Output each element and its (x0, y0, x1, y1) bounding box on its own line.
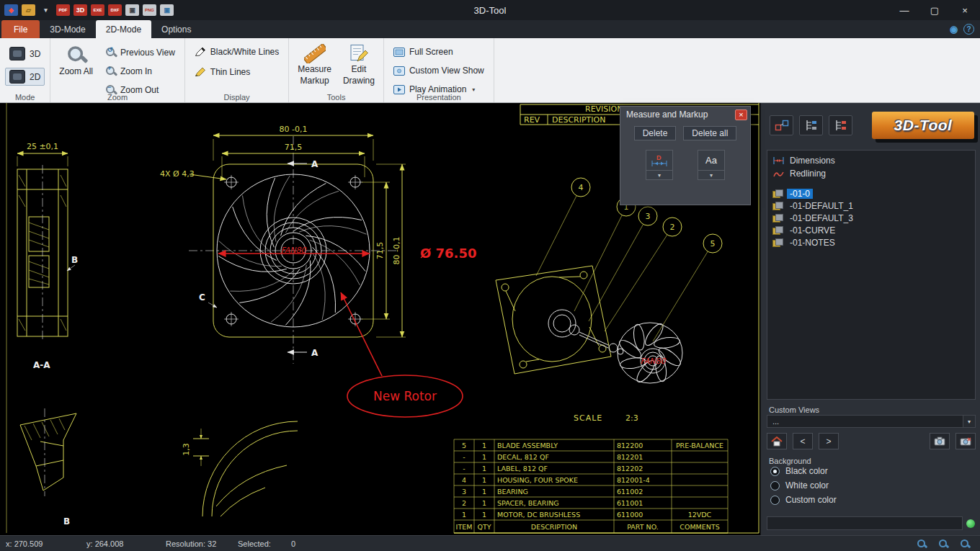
export-exe-icon[interactable]: EXE (91, 4, 104, 16)
export-ddd-icon[interactable]: 3D (74, 4, 87, 16)
radio-icon (770, 467, 780, 476)
custom-view-show-icon (393, 66, 405, 76)
play-animation-caret-icon[interactable]: ▾ (472, 86, 475, 93)
zoom-all-button[interactable]: Zoom All (55, 42, 97, 79)
zoom-in-icon[interactable] (960, 539, 970, 549)
delete-view-button[interactable] (956, 433, 976, 449)
snapshot-icon[interactable]: ▣ (160, 4, 174, 16)
model-tree-icon (805, 120, 818, 131)
bw-lines-button[interactable]: Black/White Lines (190, 45, 283, 59)
maximize-button[interactable]: ▢ (919, 0, 950, 20)
mode-2d-button[interactable]: 2D (5, 68, 45, 86)
logo-text: 3D-Tool (894, 117, 953, 134)
help-icon[interactable]: ? (963, 24, 974, 35)
camera-add-icon (934, 436, 945, 446)
dimensions-row[interactable]: Dimensions (772, 154, 970, 167)
full-screen-icon (393, 48, 405, 57)
panel-titlebar[interactable]: Measure and Markup × (620, 107, 750, 122)
dim-height-outer: 80 -0,1 (392, 237, 401, 265)
zoom-all-label: Zoom All (59, 67, 93, 77)
export-dxf-icon[interactable]: DXF (108, 4, 122, 16)
group-label-mode: Mode (0, 93, 50, 102)
zoom-window-icon[interactable] (917, 539, 927, 549)
zoom-in-icon: + (105, 66, 116, 76)
panel-close-button[interactable]: × (735, 109, 747, 120)
dimension-tool-dropdown[interactable]: D ▾ (646, 150, 673, 180)
tree-item[interactable]: -01-DEFAULT_1 (772, 200, 970, 212)
custom-color-strip[interactable] (767, 516, 963, 530)
measure-markup-button[interactable]: Measure Markup (294, 42, 335, 89)
previous-view-button[interactable]: ↺ Previous View (101, 45, 179, 60)
svg-text:1: 1 (482, 511, 486, 519)
radio-icon (770, 496, 780, 505)
tab-options[interactable]: Options (151, 20, 201, 38)
redlining-icon (772, 169, 785, 179)
background-white-radio[interactable]: White color (770, 480, 829, 490)
redlining-label: Redlining (790, 169, 826, 179)
section-b-arrow (67, 265, 75, 271)
3dtool-logo: 3D-Tool (872, 112, 974, 139)
quick-access-toolbar: ◆▱▾PDF3DEXEDXF▣PNG▣ (0, 4, 174, 16)
custom-view-show-button[interactable]: Custom View Show (389, 63, 489, 78)
home-icon (771, 436, 783, 447)
previous-view-label: Previous View (120, 48, 175, 58)
svg-text:611002: 611002 (617, 488, 643, 496)
save-view-button[interactable] (930, 433, 950, 449)
model-tree-button[interactable] (799, 115, 823, 135)
dim-blade: 1,3 (182, 443, 191, 456)
tab-2d-mode[interactable]: 2D-Mode (96, 20, 151, 38)
close-button[interactable]: × (950, 0, 980, 20)
export-pdf-icon[interactable]: PDF (56, 4, 70, 16)
tree-item[interactable]: -01-NOTES (772, 236, 970, 248)
tree-item[interactable]: -01-DEFAULT_3 (772, 212, 970, 224)
tree-item[interactable]: -01-0 (772, 187, 970, 200)
tab-3d-mode[interactable]: 3D-Mode (40, 20, 95, 38)
edit-drawing-icon (349, 44, 369, 63)
measure-label-1: Measure (298, 65, 331, 75)
svg-text:-: - (463, 465, 465, 472)
dropdown-caret-icon[interactable]: ▾ (646, 171, 673, 180)
markup-list-button[interactable] (829, 115, 852, 135)
3d-mode-icon (9, 47, 25, 61)
redlining-row[interactable]: Redlining (772, 167, 970, 180)
zoom-out-icon[interactable] (938, 539, 948, 549)
svg-text:1: 1 (482, 453, 486, 461)
next-custom-view-button[interactable]: > (819, 433, 839, 449)
layer-icon (772, 238, 783, 247)
background-black-radio[interactable]: Black color (770, 466, 828, 476)
mode-3d-button[interactable]: 3D (5, 45, 45, 63)
dropdown-caret-icon[interactable]: ▾ (698, 171, 725, 180)
svg-text:812202: 812202 (617, 465, 643, 472)
ribbon: 3D 2D Mode Zoom All ↺ Previous View (0, 38, 980, 103)
edit-drawing-button[interactable]: Edit Drawing (339, 42, 378, 89)
zoom-in-button[interactable]: + Zoom In (101, 63, 179, 79)
edit-label-2: Drawing (343, 76, 375, 86)
update-icon[interactable]: ◉ (948, 24, 959, 35)
svg-text:BLADE ASSEMBLY: BLADE ASSEMBLY (497, 442, 558, 449)
print-icon[interactable]: ▣ (125, 4, 139, 16)
svg-text:4: 4 (462, 476, 466, 484)
default-view-button[interactable] (767, 433, 787, 449)
delete-button[interactable]: Delete (634, 126, 677, 140)
custom-views-dropdown[interactable]: ... ▾ (767, 415, 976, 428)
text-tool-icon: Aa (698, 150, 725, 171)
tree-item[interactable]: -01-CURVE (772, 224, 970, 236)
thin-lines-button[interactable]: Thin Lines (190, 65, 283, 79)
tab-file[interactable]: File (1, 20, 40, 38)
app-icon[interactable]: ◆ (4, 4, 18, 16)
background-custom-radio[interactable]: Custom color (770, 495, 837, 505)
dimensions-icon (772, 156, 785, 166)
full-screen-button[interactable]: Full Screen (389, 45, 489, 59)
explode-model-icon (775, 120, 789, 132)
section-label: A-A (33, 360, 50, 370)
export-png-icon[interactable]: PNG (143, 4, 156, 16)
explode-model-button[interactable] (770, 115, 793, 135)
previous-custom-view-button[interactable]: < (793, 433, 813, 449)
selected-count: Selected:0 (232, 539, 295, 548)
open-menu-caret-icon[interactable]: ▾ (39, 4, 53, 16)
minimize-button[interactable]: — (889, 0, 919, 20)
open-file-icon[interactable]: ▱ (22, 4, 35, 16)
delete-all-button[interactable]: Delete all (683, 126, 736, 140)
text-tool-dropdown[interactable]: Aa ▾ (698, 150, 725, 180)
tree-item-label: -01-NOTES (787, 238, 838, 248)
